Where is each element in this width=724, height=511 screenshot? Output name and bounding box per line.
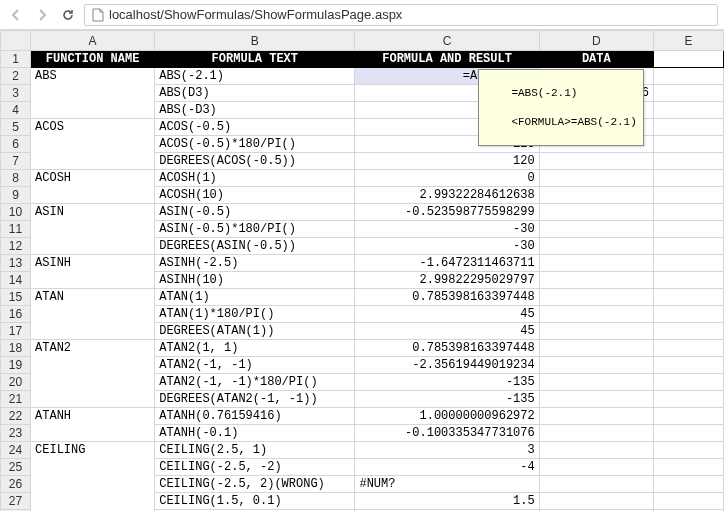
cell-D7[interactable] (539, 153, 653, 170)
row-header-18[interactable]: 18 (1, 340, 31, 357)
cell-B16[interactable]: ATAN(1)*180/PI() (155, 306, 355, 323)
row-header-12[interactable]: 12 (1, 238, 31, 255)
cell-D11[interactable] (539, 221, 653, 238)
row-header-4[interactable]: 4 (1, 102, 31, 119)
cell-E8[interactable] (653, 170, 723, 187)
cell-A16[interactable] (31, 306, 155, 323)
cell-D10[interactable] (539, 204, 653, 221)
cell-E24[interactable] (653, 442, 723, 459)
cell-A15[interactable]: ATAN (31, 289, 155, 306)
cell-E22[interactable] (653, 408, 723, 425)
cell-D9[interactable] (539, 187, 653, 204)
cell-B26[interactable]: CEILING(-2.5, 2)(WRONG) (155, 476, 355, 493)
cell-D22[interactable] (539, 408, 653, 425)
cell-A23[interactable] (31, 425, 155, 442)
cell-B23[interactable]: ATANH(-0.1) (155, 425, 355, 442)
cell-E2[interactable] (653, 68, 723, 85)
cell-C20[interactable]: -135 (355, 374, 539, 391)
cell-E23[interactable] (653, 425, 723, 442)
cell-E14[interactable] (653, 272, 723, 289)
cell-B22[interactable]: ATANH(0.76159416) (155, 408, 355, 425)
cell-B5[interactable]: ACOS(-0.5) (155, 119, 355, 136)
cell-A5[interactable]: ACOS (31, 119, 155, 136)
cell-E5[interactable] (653, 119, 723, 136)
cell-A26[interactable] (31, 476, 155, 493)
cell-C14[interactable]: 2.99822295029797 (355, 272, 539, 289)
cell-A13[interactable]: ASINH (31, 255, 155, 272)
row-header-2[interactable]: 2 (1, 68, 31, 85)
cell-B18[interactable]: ATAN2(1, 1) (155, 340, 355, 357)
cell-B7[interactable]: DEGREES(ACOS(-0.5)) (155, 153, 355, 170)
cell-B15[interactable]: ATAN(1) (155, 289, 355, 306)
cell-A11[interactable] (31, 221, 155, 238)
cell-B27[interactable]: CEILING(1.5, 0.1) (155, 493, 355, 510)
cell-C18[interactable]: 0.785398163397448 (355, 340, 539, 357)
cell-E1[interactable] (653, 51, 723, 68)
cell-E15[interactable] (653, 289, 723, 306)
cell-A9[interactable] (31, 187, 155, 204)
cell-A3[interactable] (31, 85, 155, 102)
cell-B10[interactable]: ASIN(-0.5) (155, 204, 355, 221)
col-header-D[interactable]: D (539, 31, 653, 51)
cell-D17[interactable] (539, 323, 653, 340)
cell-A24[interactable]: CEILING (31, 442, 155, 459)
cell-D23[interactable] (539, 425, 653, 442)
cell-E25[interactable] (653, 459, 723, 476)
cell-D14[interactable] (539, 272, 653, 289)
cell-A25[interactable] (31, 459, 155, 476)
cell-E11[interactable] (653, 221, 723, 238)
cell-C22[interactable]: 1.00000000962972 (355, 408, 539, 425)
row-header-21[interactable]: 21 (1, 391, 31, 408)
cell-E17[interactable] (653, 323, 723, 340)
cell-E19[interactable] (653, 357, 723, 374)
cell-E6[interactable] (653, 136, 723, 153)
cell-E16[interactable] (653, 306, 723, 323)
cell-C25[interactable]: -4 (355, 459, 539, 476)
row-header-20[interactable]: 20 (1, 374, 31, 391)
cell-A27[interactable] (31, 493, 155, 510)
cell-E4[interactable] (653, 102, 723, 119)
header-cell-B[interactable]: FORMULA TEXT (155, 51, 355, 68)
corner-cell[interactable] (1, 31, 31, 51)
cell-D20[interactable] (539, 374, 653, 391)
cell-C16[interactable]: 45 (355, 306, 539, 323)
cell-E12[interactable] (653, 238, 723, 255)
row-header-17[interactable]: 17 (1, 323, 31, 340)
cell-C27[interactable]: 1.5 (355, 493, 539, 510)
cell-C15[interactable]: 0.785398163397448 (355, 289, 539, 306)
row-header-26[interactable]: 26 (1, 476, 31, 493)
cell-C7[interactable]: 120 (355, 153, 539, 170)
cell-B14[interactable]: ASINH(10) (155, 272, 355, 289)
header-cell-A[interactable]: FUNCTION NAME (31, 51, 155, 68)
cell-E9[interactable] (653, 187, 723, 204)
cell-C17[interactable]: 45 (355, 323, 539, 340)
cell-C9[interactable]: 2.99322284612638 (355, 187, 539, 204)
cell-A7[interactable] (31, 153, 155, 170)
cell-A2[interactable]: ABS (31, 68, 155, 85)
col-header-A[interactable]: A (31, 31, 155, 51)
cell-A12[interactable] (31, 238, 155, 255)
cell-B4[interactable]: ABS(-D3) (155, 102, 355, 119)
cell-E21[interactable] (653, 391, 723, 408)
cell-A6[interactable] (31, 136, 155, 153)
header-cell-C[interactable]: FORMULA AND RESULT (355, 51, 539, 68)
cell-E7[interactable] (653, 153, 723, 170)
cell-B11[interactable]: ASIN(-0.5)*180/PI() (155, 221, 355, 238)
cell-C13[interactable]: -1.6472311463711 (355, 255, 539, 272)
cell-C8[interactable]: 0 (355, 170, 539, 187)
cell-A19[interactable] (31, 357, 155, 374)
cell-D16[interactable] (539, 306, 653, 323)
row-header-27[interactable]: 27 (1, 493, 31, 510)
cell-D21[interactable] (539, 391, 653, 408)
cell-D19[interactable] (539, 357, 653, 374)
row-header-6[interactable]: 6 (1, 136, 31, 153)
row-header-25[interactable]: 25 (1, 459, 31, 476)
row-header-1[interactable]: 1 (1, 51, 31, 68)
cell-D24[interactable] (539, 442, 653, 459)
cell-B20[interactable]: ATAN2(-1, -1)*180/PI() (155, 374, 355, 391)
forward-button[interactable] (32, 5, 52, 25)
cell-C19[interactable]: -2.35619449019234 (355, 357, 539, 374)
cell-D15[interactable] (539, 289, 653, 306)
cell-E27[interactable] (653, 493, 723, 510)
cell-B21[interactable]: DEGREES(ATAN2(-1, -1)) (155, 391, 355, 408)
